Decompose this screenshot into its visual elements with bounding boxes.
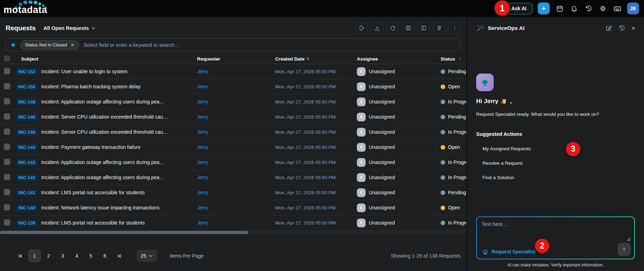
request-id-badge[interactable]: INC-148: [15, 98, 38, 106]
columns-button[interactable]: [402, 22, 414, 34]
table-row[interactable]: INC-145 Incident: Server CPU utilization…: [0, 125, 466, 140]
calendar-button[interactable]: [555, 4, 564, 13]
request-subject[interactable]: Incident: Application outage affecting u…: [41, 99, 197, 105]
requester-link[interactable]: Jerry: [197, 159, 208, 165]
refresh-button[interactable]: [386, 22, 399, 34]
requester-link[interactable]: Jerry: [197, 99, 208, 105]
table-row[interactable]: INC-144 Incident: Payment gateway transa…: [0, 140, 466, 155]
page-button-5[interactable]: 5: [85, 250, 97, 262]
sort-both-icon[interactable]: [457, 56, 462, 62]
assignee-cell[interactable]: Unassigned: [357, 113, 441, 121]
table-row[interactable]: INC-150 Incident: Pharma batch tracking …: [0, 79, 466, 94]
assignee-cell[interactable]: Unassigned: [357, 97, 441, 106]
customize-columns-button[interactable]: [433, 22, 445, 34]
scrollbar-thumb[interactable]: [0, 231, 248, 234]
request-subject[interactable]: Incident: LMS portal not accessible for …: [41, 190, 197, 195]
assignee-cell[interactable]: Unassigned: [357, 143, 441, 152]
assignee-cell[interactable]: Unassigned: [357, 67, 441, 76]
resize-handle-icon[interactable]: [626, 237, 631, 241]
settings-button[interactable]: ⚙: [598, 4, 607, 13]
request-subject[interactable]: Incident: Application outage affecting u…: [41, 159, 197, 165]
column-header-subject[interactable]: Subject: [15, 56, 197, 62]
user-avatar[interactable]: JE: [627, 2, 639, 14]
row-checkbox[interactable]: [4, 98, 10, 105]
request-subject[interactable]: Incident: LMS portal not accessible for …: [41, 220, 197, 226]
row-checkbox[interactable]: [4, 159, 10, 165]
column-header-assignee[interactable]: Assignee: [357, 56, 441, 62]
assignee-cell[interactable]: Unassigned: [357, 128, 441, 137]
request-subject[interactable]: Incident: User unable to login to system: [41, 69, 197, 74]
horizontal-scrollbar[interactable]: [0, 231, 466, 234]
request-subject[interactable]: Incident: Payment gateway transaction fa…: [41, 144, 197, 150]
row-checkbox[interactable]: [4, 113, 10, 120]
request-id-badge[interactable]: INC-145: [15, 128, 38, 136]
table-row[interactable]: INC-140 Incident: Network latency issue …: [0, 200, 466, 215]
request-id-badge[interactable]: INC-143: [15, 158, 38, 166]
view-selector-dropdown[interactable]: All Open Requests: [44, 25, 96, 31]
row-checkbox[interactable]: [4, 174, 10, 180]
row-checkbox[interactable]: [4, 83, 10, 89]
request-subject[interactable]: Incident: Network latency issue impactin…: [41, 205, 197, 210]
row-checkbox[interactable]: [4, 68, 10, 74]
table-row[interactable]: INC-146 Incident: Server CPU utilization…: [0, 109, 466, 125]
request-id-badge[interactable]: INC-139: [15, 219, 38, 227]
export-button[interactable]: [355, 22, 368, 34]
assignee-cell[interactable]: Unassigned: [357, 188, 441, 197]
row-checkbox[interactable]: [4, 219, 10, 226]
table-row[interactable]: INC-148 Incident: Application outage aff…: [0, 94, 466, 109]
requester-link[interactable]: Jerry: [197, 220, 208, 226]
request-subject[interactable]: Incident: Server CPU utilization exceede…: [41, 129, 197, 135]
first-page-button[interactable]: [15, 253, 25, 259]
table-row[interactable]: INC-141 Incident: LMS portal not accessi…: [0, 185, 466, 200]
favorite-star-icon[interactable]: ★: [10, 42, 16, 48]
page-button-1[interactable]: 1: [29, 250, 40, 262]
split-view-button[interactable]: [417, 22, 430, 34]
request-id-badge[interactable]: INC-141: [15, 189, 38, 197]
table-row[interactable]: INC-152 Incident: User unable to login t…: [0, 64, 466, 79]
assignee-cell[interactable]: Unassigned: [357, 219, 441, 227]
requester-link[interactable]: Jerry: [197, 114, 208, 120]
suggested-action-item[interactable]: Find a Solution: [482, 175, 514, 180]
select-all-checkbox[interactable]: [4, 55, 10, 62]
keyboard-shortcuts-button[interactable]: [613, 4, 622, 13]
sort-descending-icon[interactable]: ▽: [307, 57, 309, 61]
request-subject[interactable]: Incident: Application outage affecting u…: [41, 175, 197, 180]
assignee-cell[interactable]: Unassigned: [357, 82, 441, 91]
close-panel-icon[interactable]: ×: [631, 24, 636, 32]
last-page-button[interactable]: [114, 253, 125, 259]
requester-link[interactable]: Jerry: [197, 69, 208, 74]
assignee-cell[interactable]: Unassigned: [357, 203, 441, 212]
ai-chat-input[interactable]: [482, 221, 585, 235]
row-checkbox[interactable]: [4, 144, 10, 150]
page-button-6[interactable]: 6: [99, 250, 111, 262]
request-id-badge[interactable]: INC-152: [15, 68, 38, 76]
table-row[interactable]: INC-143 Incident: Application outage aff…: [0, 155, 466, 170]
page-button-2[interactable]: 2: [43, 250, 55, 262]
table-row[interactable]: INC-142 Incident: Application outage aff…: [0, 170, 466, 185]
request-subject[interactable]: Incident: Server CPU utilization exceede…: [41, 114, 197, 120]
download-button[interactable]: [371, 22, 383, 34]
new-chat-button[interactable]: [605, 25, 612, 32]
requester-link[interactable]: Jerry: [197, 190, 208, 195]
request-id-badge[interactable]: INC-150: [15, 83, 38, 91]
more-options-button[interactable]: [448, 22, 461, 34]
page-size-dropdown[interactable]: 25: [137, 250, 157, 262]
requester-link[interactable]: Jerry: [197, 84, 208, 89]
row-checkbox[interactable]: [4, 204, 10, 210]
assignee-cell[interactable]: Unassigned: [357, 158, 441, 167]
column-header-requester[interactable]: Requester: [197, 56, 275, 62]
column-header-status[interactable]: Status: [441, 56, 466, 62]
create-new-button[interactable]: +: [538, 2, 550, 14]
requester-link[interactable]: Jerry: [197, 129, 208, 135]
row-checkbox[interactable]: [4, 128, 10, 135]
search-input[interactable]: [83, 42, 456, 48]
request-id-badge[interactable]: INC-146: [15, 113, 38, 121]
filter-chip[interactable]: Status Not In Closed ✕: [20, 40, 79, 50]
requester-link[interactable]: Jerry: [197, 175, 208, 180]
requester-link[interactable]: Jerry: [197, 205, 208, 210]
assignee-cell[interactable]: Unassigned: [357, 173, 441, 182]
requester-link[interactable]: Jerry: [197, 144, 208, 150]
page-button-4[interactable]: 4: [71, 250, 83, 262]
request-id-badge[interactable]: INC-142: [15, 174, 38, 182]
suggested-action-item[interactable]: Resolve a Request: [482, 160, 523, 166]
